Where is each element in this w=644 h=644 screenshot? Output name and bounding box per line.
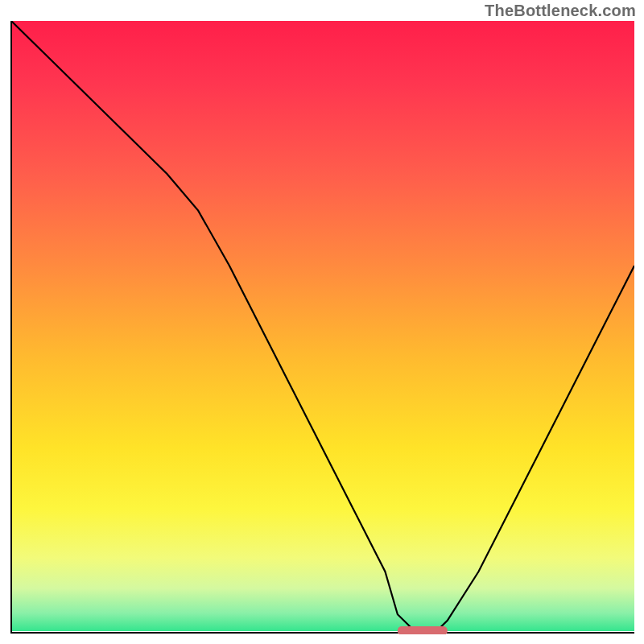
watermark-text: TheBottleneck.com <box>485 2 636 20</box>
chart-frame: TheBottleneck.com <box>0 0 644 644</box>
optimal-range-marker <box>398 626 448 634</box>
chart-svg <box>10 21 634 634</box>
plot-area <box>10 21 634 634</box>
